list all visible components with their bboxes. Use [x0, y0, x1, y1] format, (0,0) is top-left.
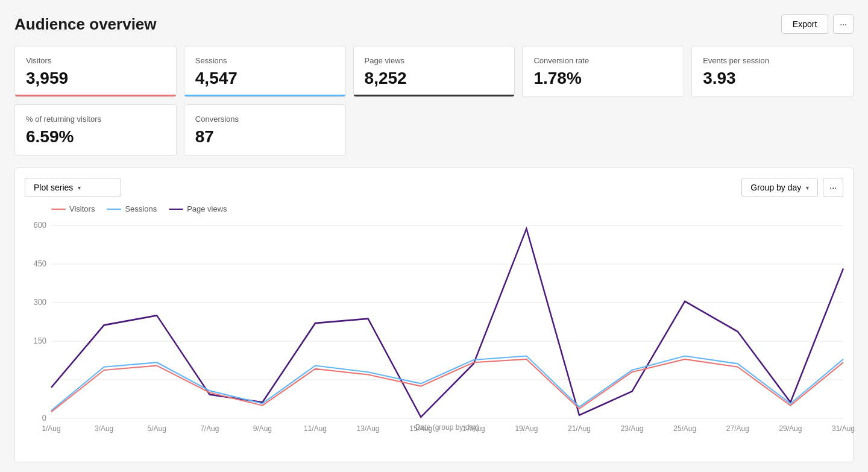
chart-svg: 600 450 300 150 0 1/Aug 3/Aug 5/Aug 7/Au…	[51, 225, 843, 418]
visitors-line	[51, 359, 843, 412]
svg-text:3/Aug: 3/Aug	[95, 424, 113, 433]
metrics-row-1: Visitors 3,959 Sessions 4,547 Page views…	[14, 46, 854, 97]
svg-text:19/Aug: 19/Aug	[515, 424, 538, 433]
svg-text:7/Aug: 7/Aug	[200, 424, 219, 433]
plot-series-button[interactable]: Plot series ▾	[25, 178, 121, 197]
svg-text:11/Aug: 11/Aug	[304, 424, 327, 433]
legend-pageviews-label: Page views	[187, 204, 227, 213]
svg-text:9/Aug: 9/Aug	[253, 424, 272, 433]
header-actions: Export ···	[781, 14, 854, 34]
metric-pageviews-value: 8,252	[365, 69, 504, 88]
metric-returning-visitors: % of returning visitors 6.59%	[14, 104, 177, 156]
legend-pageviews-line	[169, 209, 183, 210]
svg-text:150: 150	[33, 336, 46, 346]
metric-conversions: Conversions 87	[184, 104, 346, 156]
svg-text:1/Aug: 1/Aug	[42, 424, 60, 433]
legend-sessions: Sessions	[107, 204, 157, 213]
plot-series-label: Plot series	[34, 183, 73, 192]
legend-pageviews: Page views	[169, 204, 227, 213]
pageviews-line	[51, 228, 843, 417]
svg-text:29/Aug: 29/Aug	[779, 424, 802, 433]
svg-text:0: 0	[42, 414, 46, 423]
svg-text:300: 300	[33, 298, 46, 307]
page-title: Audience overview	[14, 15, 157, 34]
chart-legend: Visitors Sessions Page views	[15, 204, 853, 219]
chart-more-button[interactable]: ···	[823, 178, 843, 197]
svg-text:600: 600	[33, 221, 46, 230]
metric-sessions-value: 4,547	[195, 69, 335, 88]
legend-sessions-line	[107, 209, 121, 210]
metric-conversions-label: Conversions	[195, 115, 335, 124]
svg-text:5/Aug: 5/Aug	[148, 424, 166, 433]
group-by-chevron: ▾	[806, 184, 809, 191]
metric-returning-visitors-value: 6.59%	[26, 127, 165, 146]
metric-visitors-value: 3,959	[26, 69, 165, 88]
legend-visitors-line	[51, 209, 66, 210]
chart-container: 600 450 300 150 0 1/Aug 3/Aug 5/Aug 7/Au…	[15, 219, 853, 462]
plot-series-chevron: ▾	[78, 184, 81, 191]
sessions-line	[51, 356, 843, 411]
metric-conversions-value: 87	[195, 127, 335, 146]
chart-controls: Plot series ▾ Group by day ▾ ···	[15, 178, 853, 204]
metric-sessions-label: Sessions	[195, 56, 335, 65]
group-by-button[interactable]: Group by day ▾	[741, 178, 818, 197]
metric-returning-visitors-label: % of returning visitors	[26, 115, 165, 124]
metric-conversion-rate: Conversion rate 1.78%	[522, 46, 684, 97]
metric-conversion-rate-label: Conversion rate	[533, 56, 673, 65]
metric-pageviews-label: Page views	[365, 56, 504, 65]
metric-pageviews: Page views 8,252	[353, 46, 515, 97]
more-options-button[interactable]: ···	[833, 14, 854, 34]
legend-visitors-label: Visitors	[69, 204, 95, 213]
legend-visitors: Visitors	[51, 204, 95, 213]
metric-events-per-session: Events per session 3.93	[691, 46, 854, 97]
metrics-row-2: % of returning visitors 6.59% Conversion…	[14, 104, 854, 156]
metric-conversion-rate-value: 1.78%	[533, 69, 673, 88]
svg-text:13/Aug: 13/Aug	[357, 424, 380, 433]
metric-sessions: Sessions 4,547	[184, 46, 346, 97]
svg-text:23/Aug: 23/Aug	[621, 424, 644, 433]
svg-text:450: 450	[33, 259, 46, 269]
svg-text:25/Aug: 25/Aug	[673, 424, 696, 433]
chart-right-controls: Group by day ▾ ···	[741, 178, 843, 197]
metric-events-per-session-value: 3.93	[703, 69, 842, 88]
svg-text:21/Aug: 21/Aug	[568, 424, 591, 433]
metric-visitors: Visitors 3,959	[14, 46, 177, 97]
legend-sessions-label: Sessions	[125, 204, 157, 213]
svg-text:27/Aug: 27/Aug	[726, 424, 749, 433]
page-header: Audience overview Export ···	[14, 14, 854, 34]
group-by-label: Group by day	[750, 183, 801, 192]
metric-events-per-session-label: Events per session	[703, 56, 842, 65]
metric-visitors-label: Visitors	[26, 56, 165, 65]
svg-text:31/Aug: 31/Aug	[832, 424, 855, 433]
export-button[interactable]: Export	[781, 14, 828, 34]
chart-section: Plot series ▾ Group by day ▾ ··· Visitor…	[14, 168, 854, 462]
x-axis-label: Date (group by day)	[51, 423, 843, 432]
